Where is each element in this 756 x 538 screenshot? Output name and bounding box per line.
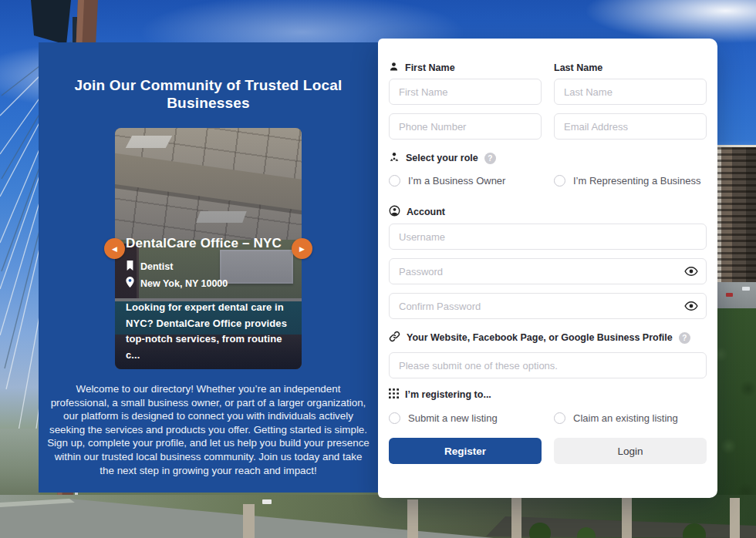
listing-info: DentalCare Office – NYC Dentist New Yok,… (126, 236, 294, 363)
role-option-business-owner[interactable]: I’m a Business Owner (389, 175, 542, 187)
car (726, 293, 733, 297)
last-name-label: Last Name (554, 62, 707, 74)
listing-location-label: New Yok, NY 10000 (140, 278, 228, 289)
listing-category: Dentist (126, 261, 294, 273)
question-mark-icon[interactable]: ? (679, 332, 690, 344)
page: Join Our Community of Trusted Local Busi… (0, 0, 756, 538)
email-address-input[interactable] (554, 113, 707, 140)
listing-location: New Yok, NY 10000 (126, 277, 294, 290)
registering-section-label: I’m registering to... (389, 388, 707, 401)
right-road-background (717, 282, 756, 308)
first-name-label: First Name (389, 62, 542, 74)
question-mark-icon[interactable]: ? (484, 153, 496, 164)
radio-button[interactable] (554, 412, 565, 424)
car (742, 287, 750, 291)
eye-icon[interactable] (684, 267, 698, 277)
eye-icon[interactable] (684, 301, 698, 311)
radio-button[interactable] (554, 175, 565, 187)
highway-ramp-illustration (0, 495, 756, 538)
last-name-input[interactable] (554, 79, 707, 105)
account-section-label: Account (389, 206, 707, 218)
chevron-right-icon: ▶ (299, 245, 305, 253)
radio-button[interactable] (389, 412, 400, 424)
pin-icon (126, 277, 134, 290)
phone-number-input[interactable] (389, 113, 542, 140)
grid-icon (389, 388, 399, 401)
link-icon (389, 331, 400, 345)
carousel-next-button[interactable]: ▶ (292, 238, 312, 259)
listing-carousel: DentalCare Office – NYC Dentist New Yok,… (115, 128, 302, 369)
users-icon (389, 152, 400, 165)
registering-option-claim-listing[interactable]: Claim an existing listing (554, 412, 707, 424)
role-section-label: Select your role ? (389, 152, 707, 164)
welcome-text: Welcome to our directory! Whether you’re… (46, 382, 370, 477)
registration-card: First Name Last Name Select your role (378, 39, 717, 498)
listing-description: Looking for expert dental care in NYC? D… (126, 300, 294, 363)
person-icon (389, 62, 399, 74)
bookmark-icon (126, 261, 134, 273)
website-input[interactable] (389, 352, 707, 378)
listing-title: DentalCare Office – NYC (126, 236, 294, 251)
page-title: Join Our Community of Trusted Local Busi… (65, 76, 352, 112)
role-option-representing[interactable]: I’m Representing a Business (554, 175, 707, 187)
confirm-password-input[interactable] (389, 293, 707, 319)
intro-panel: Join Our Community of Trusted Local Busi… (39, 42, 378, 493)
left-road-background (0, 429, 40, 498)
login-button[interactable]: Login (554, 438, 707, 464)
username-input[interactable] (389, 224, 707, 250)
account-circle-icon (389, 205, 400, 219)
website-section-label: Your Website, Facebook Page, or Google B… (389, 331, 707, 344)
register-button[interactable]: Register (389, 438, 542, 464)
registration-form: First Name Last Name Select your role (378, 39, 717, 464)
password-input[interactable] (389, 258, 707, 284)
registering-option-new-listing[interactable]: Submit a new listing (389, 412, 542, 424)
carousel-prev-button[interactable]: ◀ (104, 238, 125, 259)
radio-button[interactable] (389, 175, 400, 187)
listing-category-label: Dentist (140, 261, 173, 272)
highrise-building (717, 145, 756, 284)
chevron-left-icon: ◀ (112, 245, 117, 253)
first-name-input[interactable] (389, 79, 542, 105)
